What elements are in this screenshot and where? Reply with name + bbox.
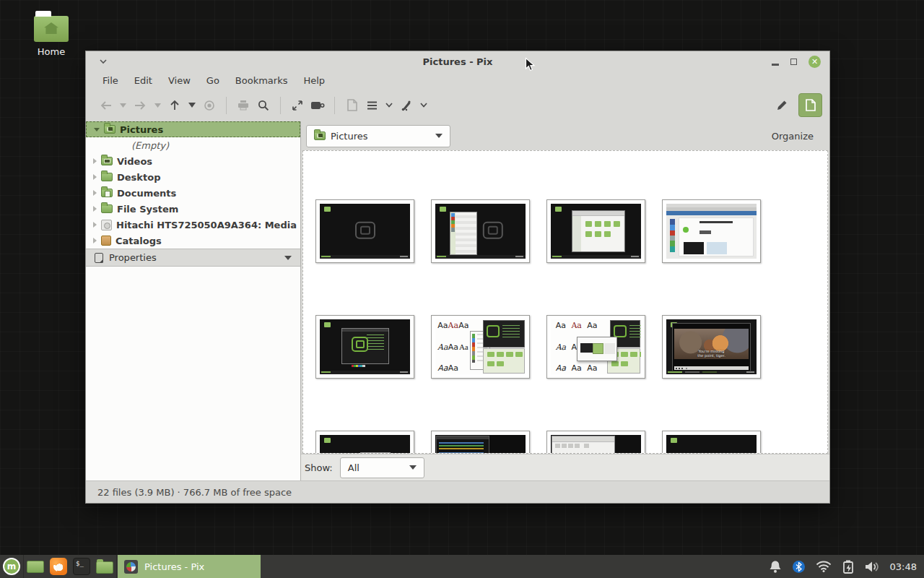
clock[interactable]: 03:48 (890, 561, 917, 572)
print-icon[interactable] (234, 95, 253, 116)
view-options-chevron-icon[interactable] (383, 95, 396, 116)
toolbar-separator (280, 97, 281, 114)
art-color-strip (349, 365, 365, 367)
forward-history-chevron-icon[interactable] (151, 95, 164, 116)
file-properties-icon[interactable] (342, 95, 361, 116)
organize-button[interactable]: Organize (766, 128, 819, 144)
thumbnail-art: AaAaAaAaAaAaAaAaAa (551, 319, 641, 374)
thumbnail-art (666, 435, 757, 454)
mint-logo-icon: m (3, 558, 20, 575)
thumbnail-fonts-dialog[interactable]: AaAaAaAaAaAaAaAaAa (546, 315, 645, 379)
thumbnail-desktop-files[interactable] (546, 199, 645, 263)
files-icon (96, 561, 113, 574)
tree-item-file-system[interactable]: File System (86, 201, 300, 217)
tree-item-documents[interactable]: Documents (86, 185, 300, 201)
fullscreen-icon[interactable] (288, 95, 307, 116)
thumbnail-fonts-terminal[interactable]: AaAaAaAaAaAaAaAa (431, 315, 530, 379)
firefox-icon (50, 558, 67, 575)
notifications-icon[interactable] (769, 560, 782, 574)
firefox-launcher[interactable] (47, 555, 70, 578)
back-icon[interactable] (96, 95, 115, 116)
edit-pencil-icon[interactable] (772, 95, 791, 116)
tools-chevron-icon[interactable] (417, 95, 430, 116)
thumbnail-scanner-app[interactable] (546, 431, 645, 454)
battery-charging-icon[interactable] (842, 560, 854, 574)
menu-view[interactable]: View (160, 74, 199, 87)
menu-go[interactable]: Go (199, 74, 227, 87)
menu-bookmarks[interactable]: Bookmarks (227, 74, 296, 87)
files-launcher[interactable] (93, 555, 116, 578)
show-desktop-button[interactable] (24, 555, 47, 578)
thumbnail-art: You're missingthe point, tiger. (666, 319, 757, 374)
tree-item-hitachi-media[interactable]: Hitachi HTS725050A9A364: Media (86, 217, 300, 233)
menu-edit[interactable]: Edit (126, 74, 160, 87)
thumbnail-browser-page[interactable] (662, 199, 761, 263)
thumbnail-video-player[interactable]: You're missingthe point, tiger. (662, 315, 761, 379)
thumbnail-desktop-neofetch[interactable] (315, 315, 414, 379)
art-folder (324, 207, 331, 212)
bluetooth-icon[interactable] (793, 561, 805, 573)
maximize-button[interactable] (790, 59, 797, 65)
expander-open-icon[interactable] (94, 128, 100, 131)
window-menu-icon[interactable] (99, 57, 108, 66)
art-folder (671, 438, 677, 443)
thumbnail-desktop-smallwin[interactable] (315, 431, 414, 454)
properties-panel-header[interactable]: Properties (86, 249, 300, 267)
art-font-samples: AaAaAaAaAaAaAaAa (437, 321, 469, 373)
art-taskbar (666, 371, 757, 374)
art-taskbar (435, 255, 526, 259)
home-icon-label: Home (24, 46, 79, 57)
thumbnail-desktop-menu[interactable] (431, 199, 530, 263)
up-history-chevron-icon[interactable] (186, 95, 199, 116)
expander-closed-icon[interactable] (93, 238, 97, 243)
thumbnail-art (320, 435, 410, 454)
art-folder (555, 207, 562, 212)
menu-bar: File Edit View Go Bookmarks Help (86, 72, 829, 89)
forward-icon[interactable] (131, 95, 149, 116)
tree-item-pictures[interactable]: Pictures (86, 121, 300, 137)
back-history-chevron-icon[interactable] (116, 95, 129, 116)
expander-closed-icon[interactable] (93, 174, 97, 180)
thumbnail-art (551, 435, 641, 454)
tree-item-videos[interactable]: Videos (86, 153, 300, 169)
slideshow-icon[interactable] (308, 95, 327, 116)
window-title: Pictures - Pix (86, 56, 829, 67)
chevron-down-icon (435, 134, 443, 138)
thumbnail-terminal-htop[interactable] (431, 431, 530, 454)
toolbar (86, 89, 829, 121)
up-icon[interactable] (165, 95, 184, 116)
thumbnail-art (320, 319, 410, 374)
art-taskbar (551, 255, 641, 259)
menu-help[interactable]: Help (295, 74, 333, 87)
current-folder-dropdown[interactable]: Pictures (306, 125, 450, 147)
thumbnail-desktop-logo[interactable] (315, 199, 414, 263)
folder-icon (101, 204, 113, 213)
properties-sidebar-button[interactable] (798, 93, 822, 117)
tree-item-catalogs[interactable]: Catalogs (86, 233, 300, 249)
menu-file[interactable]: File (95, 74, 126, 87)
minimize-button[interactable] (772, 64, 779, 66)
mint-menu-button[interactable]: m (0, 555, 23, 578)
terminal-launcher[interactable]: $_ (70, 555, 93, 578)
art-sidebar-rail (670, 219, 675, 252)
expander-closed-icon[interactable] (93, 222, 97, 228)
tree-label: Hitachi HTS725050A9A364: Media (116, 220, 297, 230)
desktop-icon-home[interactable]: Home (24, 16, 79, 57)
taskbar-task-pix[interactable]: Pictures - Pix (118, 555, 261, 578)
view-options-icon[interactable] (362, 95, 381, 116)
thumbnail-view[interactable]: AaAaAaAaAaAaAaAa AaAaAaAaAaAaAaAaAa Y (302, 150, 828, 454)
wifi-icon[interactable] (816, 561, 832, 572)
expander-closed-icon[interactable] (93, 190, 97, 196)
tools-icon[interactable] (397, 95, 416, 116)
thumbnail-desktop-plain[interactable] (662, 431, 761, 454)
expander-closed-icon[interactable] (93, 158, 97, 164)
search-icon[interactable] (254, 95, 273, 116)
expander-closed-icon[interactable] (93, 206, 97, 212)
close-button[interactable]: ✕ (808, 56, 821, 68)
tree-item-desktop[interactable]: Desktop (86, 169, 300, 185)
art-taskbar (320, 255, 410, 259)
show-filter-dropdown[interactable]: All (340, 457, 424, 478)
titlebar[interactable]: Pictures - Pix ✕ (86, 51, 829, 72)
volume-icon[interactable] (865, 561, 879, 573)
record-location-icon[interactable] (200, 95, 219, 116)
